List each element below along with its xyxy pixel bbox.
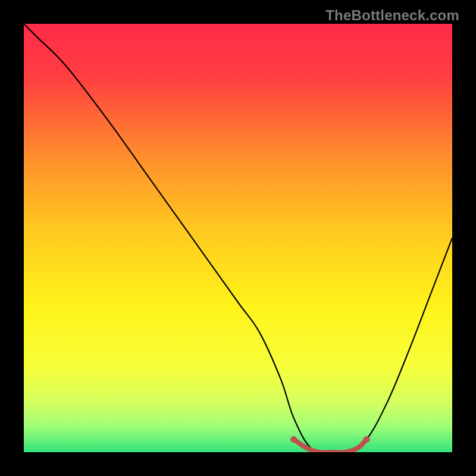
svg-point-2 [364, 436, 370, 443]
curve-layer [24, 24, 452, 452]
watermark-label: TheBottleneck.com [325, 7, 459, 24]
svg-point-1 [290, 436, 297, 443]
plot-area [24, 24, 452, 452]
bottleneck-curve [24, 24, 452, 452]
chart-frame: TheBottleneck.com [0, 0, 476, 476]
